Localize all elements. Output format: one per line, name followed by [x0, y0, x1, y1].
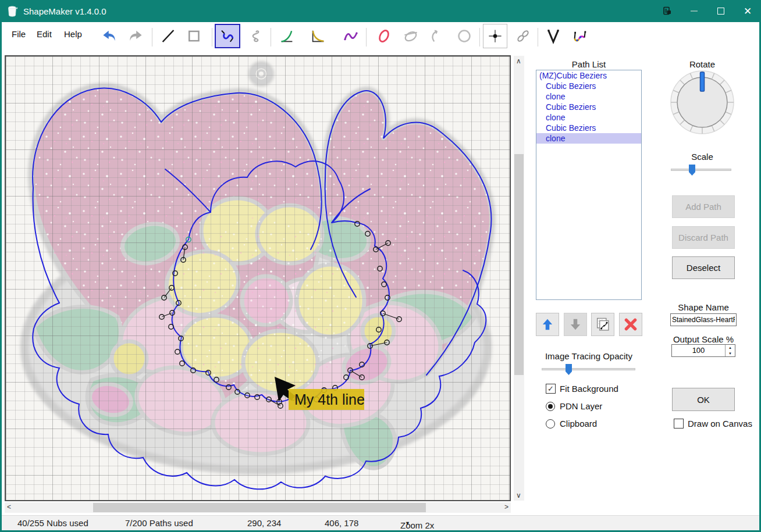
- path-list-label: Path List: [536, 59, 642, 69]
- ok-button[interactable]: OK: [672, 388, 735, 411]
- cursor-position-status: 290, 234: [247, 518, 281, 528]
- nubs-used-status: 40/255 Nubs used: [17, 518, 88, 528]
- vertical-scrollbar[interactable]: ∧ ∨: [514, 56, 524, 501]
- paths-used-status: 7/200 Paths used: [125, 518, 193, 528]
- add-path-button[interactable]: Add Path: [672, 195, 735, 218]
- clipboard-radio[interactable]: Clipboard: [546, 419, 597, 429]
- move-path-up-button[interactable]: [536, 313, 559, 336]
- toolbar-separator: [212, 28, 212, 47]
- s-spiral-icon: [247, 27, 264, 45]
- deselect-button[interactable]: Deselect: [672, 256, 735, 279]
- up-arrow-icon: [540, 317, 555, 332]
- horizontal-scrollbar[interactable]: < >: [5, 502, 511, 513]
- nub-position-status: 406, 178: [325, 518, 358, 528]
- path-list-item[interactable]: clone: [536, 91, 641, 102]
- window-title: ShapeMaker v1.4.0.0: [23, 6, 106, 16]
- menu-edit[interactable]: Edit: [33, 26, 55, 42]
- delete-path-button[interactable]: [619, 313, 642, 336]
- tool-linked-ellipses-button[interactable]: [513, 26, 534, 47]
- ellipse-icon: [375, 27, 393, 45]
- layers-button[interactable]: [654, 0, 681, 22]
- canvas-artwork: My 4th line: [6, 56, 510, 500]
- toolbar-separator: [152, 28, 152, 47]
- delete-x-icon: [623, 316, 639, 333]
- nub-crosshair-icon: [486, 27, 504, 45]
- shape-name-label: Shape Name: [670, 302, 737, 312]
- tool-v-lines-button[interactable]: [543, 26, 564, 47]
- chevron-down-icon: ▼: [405, 520, 410, 526]
- status-bar: 40/255 Nubs used 7/200 Paths used 290, 2…: [2, 515, 759, 530]
- tool-s-spiral-button[interactable]: [245, 26, 266, 47]
- output-scale-spinner[interactable]: 100 ▲ ▼: [671, 344, 735, 357]
- copy-path-button[interactable]: [591, 313, 614, 336]
- pdn-layer-radio[interactable]: PDN Layer: [546, 401, 602, 411]
- tool-circle-button[interactable]: [454, 26, 475, 47]
- tool-rectangle-button[interactable]: [184, 26, 205, 47]
- redo-button[interactable]: [125, 26, 146, 47]
- scroll-right-icon[interactable]: >: [504, 504, 508, 510]
- arc-icon: [428, 27, 445, 45]
- rotate-knob-dial: [670, 70, 735, 135]
- nub-tooltip: My 4th line: [289, 389, 365, 410]
- tool-quarter-curve-green-button[interactable]: [276, 26, 297, 47]
- tool-sine-curve-button[interactable]: [340, 26, 361, 47]
- draw-on-canvas-checkbox[interactable]: Draw on Canvas: [674, 419, 752, 429]
- window-border: [0, 22, 2, 532]
- path-list-item[interactable]: Cubic Beziers: [536, 81, 641, 91]
- slashed-ellipse-icon: [402, 27, 419, 45]
- vertical-scrollbar-thumb[interactable]: [514, 154, 524, 375]
- menu-help[interactable]: Help: [61, 26, 86, 42]
- image-tracing-opacity-thumb[interactable]: [566, 364, 572, 375]
- image-tracing-opacity-slider[interactable]: [542, 368, 635, 370]
- quarter-curve-yellow-icon: [310, 27, 327, 45]
- undo-button[interactable]: [99, 26, 120, 47]
- radio-selected-icon: [546, 402, 555, 411]
- minimize-button[interactable]: [681, 0, 707, 22]
- shape-name-input[interactable]: [670, 313, 737, 326]
- line-icon: [159, 27, 177, 45]
- redo-icon: [127, 27, 144, 45]
- tool-arc-button[interactable]: [426, 26, 447, 47]
- tool-polyline-bezier-button[interactable]: [215, 24, 240, 48]
- tool-ellipse-button[interactable]: [374, 26, 394, 47]
- titlebar: ShapeMaker v1.4.0.0 ✕: [0, 0, 761, 22]
- discard-path-button[interactable]: Discard Path: [672, 226, 735, 249]
- linked-ellipses-icon: [514, 27, 532, 45]
- tool-slashed-ellipse-button[interactable]: [400, 26, 421, 47]
- path-list-item-selected[interactable]: clone: [536, 133, 641, 144]
- path-list-item[interactable]: clone: [536, 112, 641, 123]
- checkbox-unchecked-icon: [674, 419, 684, 429]
- scroll-left-icon[interactable]: <: [7, 504, 11, 510]
- path-list-item[interactable]: Cubic Beziers: [536, 123, 641, 133]
- spinner-arrows[interactable]: ▲ ▼: [725, 345, 735, 356]
- minimize-icon: [691, 10, 698, 12]
- scroll-up-icon[interactable]: ∧: [516, 58, 521, 65]
- checkbox-checked-icon: ✓: [546, 384, 556, 394]
- maximize-button[interactable]: [707, 0, 734, 22]
- spinner-down-icon[interactable]: ▼: [726, 351, 735, 356]
- tool-nub-crosshair-button[interactable]: [483, 24, 507, 48]
- rotate-knob[interactable]: [670, 70, 735, 137]
- tool-multi-segment-path-button[interactable]: [570, 26, 591, 47]
- tool-quarter-curve-yellow-button[interactable]: [308, 26, 329, 47]
- menu-toolbar-band: File Edit Help: [2, 22, 759, 55]
- close-button[interactable]: ✕: [734, 0, 761, 22]
- multi-segment-path-icon: [571, 27, 589, 45]
- scale-slider-thumb[interactable]: [689, 165, 695, 176]
- drawing-canvas[interactable]: My 4th line: [5, 55, 511, 501]
- path-list[interactable]: (MZ)Cubic Beziers Cubic Beziers clone Cu…: [536, 70, 642, 300]
- menu-file[interactable]: File: [8, 26, 29, 42]
- path-list-item[interactable]: (MZ)Cubic Beziers: [536, 70, 641, 81]
- spinner-up-icon[interactable]: ▲: [726, 345, 735, 351]
- scale-slider[interactable]: [671, 169, 731, 171]
- sine-curve-icon: [342, 27, 360, 45]
- tool-line-button[interactable]: [158, 26, 179, 47]
- toolbar-separator: [271, 28, 271, 47]
- move-path-down-button[interactable]: [564, 313, 587, 336]
- rectangle-icon: [186, 27, 203, 45]
- path-list-item[interactable]: Cubic Beziers: [536, 102, 641, 112]
- fit-background-checkbox[interactable]: ✓ Fit Background: [546, 384, 618, 394]
- draw-on-canvas-label: Draw on Canvas: [688, 419, 752, 429]
- scroll-down-icon[interactable]: ∨: [516, 492, 521, 499]
- horizontal-scrollbar-thumb[interactable]: [93, 503, 426, 512]
